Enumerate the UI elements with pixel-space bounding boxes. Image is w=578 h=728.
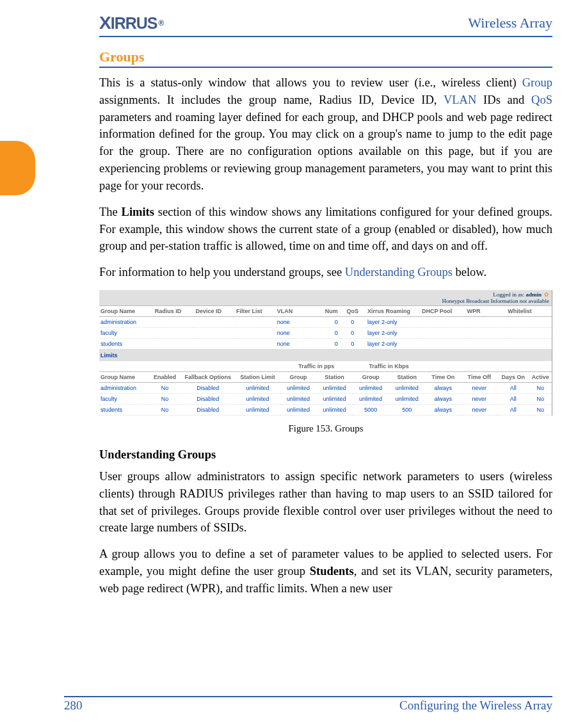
- understanding-paragraph: User groups allow administrators to assi…: [99, 468, 552, 537]
- link-group[interactable]: Group: [522, 76, 552, 89]
- figure-caption: Figure 153. Groups: [99, 423, 552, 434]
- bold-students: Students: [310, 565, 354, 578]
- col-roaming: Xirrus Roaming: [366, 305, 421, 316]
- group-definition-paragraph: A group allows you to define a set of pa…: [99, 546, 552, 597]
- see-also-paragraph: For information to help you understand g…: [99, 264, 552, 281]
- figure-groups-table: Group Name Radius ID Device ID Filter Li…: [99, 305, 552, 361]
- col-filter-list: Filter List: [235, 305, 276, 316]
- side-tab: [0, 141, 35, 195]
- limits-header-row: Group Name Enabled Fallback Options Stat…: [99, 371, 552, 382]
- col-qos: QoS: [339, 305, 366, 316]
- cell-group-name[interactable]: administration: [99, 316, 154, 327]
- subheading-understanding-groups: Understanding Groups: [99, 448, 552, 462]
- col-vlan: VLAN: [276, 305, 312, 316]
- limits-section-row: Limits: [99, 349, 552, 361]
- page-number: 280: [64, 699, 83, 713]
- col-group-name: Group Name: [99, 305, 154, 316]
- col-wpr: WPR: [466, 305, 507, 316]
- figure-username: admin: [526, 291, 542, 298]
- col-device-id: Device ID: [194, 305, 235, 316]
- col-dhcp: DHCP Pool: [421, 305, 466, 316]
- footer-label: Configuring the Wireless Array: [399, 699, 552, 713]
- gear-icon: ✿: [544, 291, 549, 298]
- figure-login-bar: Logged in as: admin✿: [99, 290, 552, 298]
- header-title: Wireless Array: [468, 15, 552, 31]
- limits-paragraph: The Limits section of this window shows …: [99, 204, 552, 255]
- limits-group-header-row: Traffic in pps Traffic in Kbps: [99, 361, 552, 372]
- col-traffic-kbps: Traffic in Kbps: [353, 361, 425, 372]
- bold-limits: Limits: [122, 206, 154, 218]
- col-whitelist: Whitelist: [506, 305, 552, 316]
- link-qos[interactable]: QoS: [531, 93, 552, 106]
- section-heading-groups: Groups: [99, 49, 552, 68]
- link-vlan[interactable]: VLAN: [444, 93, 476, 106]
- col-num: Num: [312, 305, 339, 316]
- table-row: students none 0 0 layer 2-only: [99, 338, 552, 349]
- brand-logo: XIRRUS®: [99, 13, 163, 33]
- logo-x: X: [99, 13, 111, 33]
- table-row: faculty none 0 0 layer 2-only: [99, 327, 552, 338]
- figure-honeypot-msg: Honeypot Broadcast Information not avail…: [99, 298, 552, 305]
- figure-groups-screenshot: Logged in as: admin✿ Honeypot Broadcast …: [99, 290, 552, 416]
- figure-limits-table: Traffic in pps Traffic in Kbps Group Nam…: [99, 361, 552, 416]
- logo-reg: ®: [158, 19, 163, 28]
- col-traffic-pps: Traffic in pps: [280, 361, 353, 372]
- table-header-row: Group Name Radius ID Device ID Filter Li…: [99, 305, 552, 316]
- table-row: faculty No Disabled unlimited unlimited …: [99, 393, 552, 404]
- logo-rest: RRUS: [115, 14, 157, 33]
- cell-group-name[interactable]: faculty: [99, 327, 154, 338]
- table-row: administration none 0 0 layer 2-only: [99, 316, 552, 327]
- table-row: administration No Disabled unlimited unl…: [99, 382, 552, 393]
- col-radius-id: Radius ID: [154, 305, 195, 316]
- intro-paragraph: This is a status-only window that allows…: [99, 74, 552, 195]
- cell-group-name[interactable]: students: [99, 338, 154, 349]
- table-row: students No Disabled unlimited unlimited…: [99, 404, 552, 415]
- link-understanding-groups[interactable]: Understanding Groups: [345, 266, 453, 279]
